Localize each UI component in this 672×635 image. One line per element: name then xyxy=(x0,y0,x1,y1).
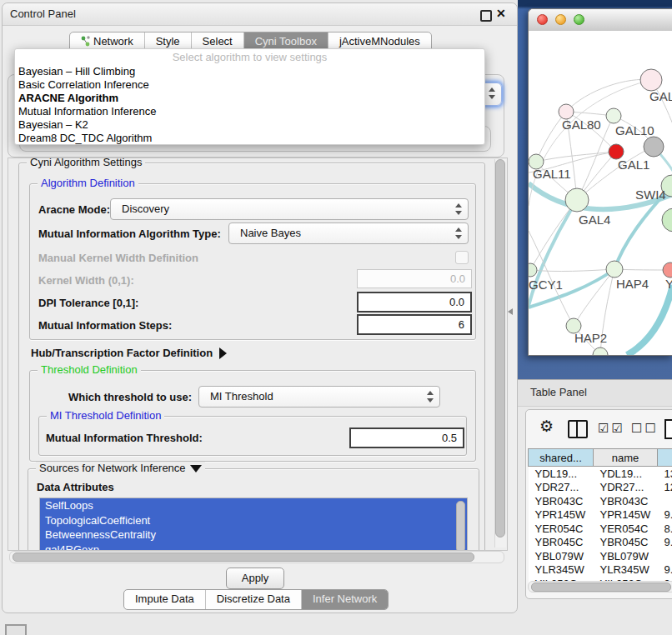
table-row[interactable]: YDL19...YDL19...13 xyxy=(529,467,672,481)
column-selector-icon[interactable] xyxy=(568,420,588,438)
settings-horizontal-scrollbar[interactable] xyxy=(9,551,504,563)
attribute-item[interactable]: SelfLoops xyxy=(40,498,467,513)
column-header[interactable] xyxy=(658,449,672,467)
table-horizontal-scrollbar[interactable] xyxy=(528,581,672,592)
network-edge[interactable] xyxy=(530,269,614,272)
gear-icon[interactable]: ⚙ xyxy=(539,418,554,435)
combo-stepper-icon xyxy=(426,391,434,402)
tab-label: Select xyxy=(203,35,233,48)
network-node[interactable] xyxy=(606,261,623,278)
cyni-algorithm-settings-group: Cyni Algorithm Settings Algorithm Defini… xyxy=(18,162,485,551)
network-edge[interactable] xyxy=(529,80,651,206)
network-node[interactable] xyxy=(606,108,621,123)
tab-label: Style xyxy=(156,35,180,48)
expanded-arrow-icon xyxy=(190,465,202,472)
algorithm-option[interactable]: Basic Correlation Inference xyxy=(15,78,484,92)
aracne-mode-combo[interactable]: Discovery xyxy=(110,198,469,220)
table-cell: 12 xyxy=(658,481,672,495)
node-label: HAP2 xyxy=(574,331,607,345)
apply-button[interactable]: Apply xyxy=(226,568,284,589)
sources-group: Sources for Network Inference Data Attri… xyxy=(28,468,479,551)
column-header[interactable]: name xyxy=(594,449,658,467)
algorithm-option[interactable]: ARACNE Algorithm xyxy=(15,92,484,105)
table-cell xyxy=(658,549,672,563)
list-scrollbar[interactable] xyxy=(456,501,465,551)
table-cell: YDL19... xyxy=(594,467,658,481)
algorithm-definition-title: Algorithm Definition xyxy=(38,177,138,189)
table-row[interactable]: YLR345WYLR345W9. xyxy=(529,563,672,578)
table-cell: YBR045C xyxy=(529,536,594,550)
mi-steps-field[interactable]: 6 xyxy=(357,314,472,335)
threshold-definition-group: Threshold Definition Which threshold to … xyxy=(29,370,476,462)
table-cell: YBL079W xyxy=(529,549,594,563)
network-node[interactable] xyxy=(529,263,537,277)
mi-threshold-group: MI Threshold Definition Mutual Informati… xyxy=(38,416,467,456)
which-threshold-combo[interactable]: MI Threshold xyxy=(198,386,440,408)
table-row[interactable]: YDR27...YDR27...12 xyxy=(529,481,672,495)
algorithm-option[interactable]: Bayesian – K2 xyxy=(15,118,484,132)
data-attributes-list[interactable]: SelfLoopsTopologicalCoefficientBetweenne… xyxy=(39,498,468,551)
float-icon[interactable] xyxy=(480,10,492,22)
table-cell: 9. xyxy=(658,508,672,522)
sources-group-title[interactable]: Sources for Network Inference xyxy=(36,462,205,474)
table-cell: YLR345W xyxy=(594,563,658,578)
table-row[interactable]: YBL079WYBL079W xyxy=(529,549,672,563)
node-label: GAL11 xyxy=(533,167,571,181)
network-node[interactable] xyxy=(644,137,664,157)
attribute-item[interactable]: TopologicalCoefficient xyxy=(40,513,467,528)
document-icon[interactable] xyxy=(664,419,672,439)
minimize-traffic-light-icon[interactable] xyxy=(555,14,566,25)
network-node[interactable] xyxy=(565,188,589,212)
algorithm-placeholder: Select algorithm to view settings xyxy=(15,51,484,65)
table-row[interactable]: YBR045CYBR045C9. xyxy=(529,536,672,550)
attribute-item[interactable]: gal4RGexp xyxy=(40,542,467,552)
column-header[interactable]: shared... xyxy=(529,449,594,467)
minimized-panel-icon[interactable] xyxy=(5,624,27,635)
network-node[interactable] xyxy=(593,348,608,355)
table-row[interactable]: YBR043CYBR043C xyxy=(529,494,672,508)
table-cell: YER054C xyxy=(529,522,594,536)
manual-kernel-checkbox[interactable] xyxy=(455,251,469,264)
mi-threshold-field[interactable]: 0.5 xyxy=(349,428,464,448)
network-view-window[interactable]: GALGAL80GAL10GAL1GAL11SWI4GAL4GCY1HAP4YH… xyxy=(528,8,672,356)
algorithm-option[interactable]: Dream8 DC_TDC Algorithm xyxy=(15,132,484,145)
kernel-width-field[interactable]: 0.0 xyxy=(357,269,472,288)
table-row[interactable]: YER054CYER054C8. xyxy=(529,522,672,536)
network-node[interactable] xyxy=(640,69,662,91)
table-cell: YBR043C xyxy=(529,494,594,508)
which-threshold-label: Which threshold to use: xyxy=(68,391,192,403)
aracne-mode-value: Discovery xyxy=(122,202,169,215)
node-attribute-table[interactable]: shared...name YDL19...YDL19...13YDR27...… xyxy=(528,448,672,591)
table-cell: YDR27... xyxy=(529,481,594,495)
network-canvas[interactable]: GALGAL80GAL10GAL1GAL11SWI4GAL4GCY1HAP4YH… xyxy=(529,31,672,355)
network-node[interactable] xyxy=(662,208,672,232)
close-traffic-light-icon[interactable] xyxy=(537,14,548,25)
tab-impute-data[interactable]: Impute Data xyxy=(124,590,205,609)
close-icon[interactable]: ✕ xyxy=(496,7,506,20)
combo-stepper-icon xyxy=(454,203,462,215)
table-row[interactable]: YPR145WYPR145W9. xyxy=(529,508,672,522)
mi-threshold-label: Mutual Information Threshold: xyxy=(46,432,203,444)
unchecked-boxes-icon[interactable]: ☐☐ xyxy=(631,421,659,436)
splitter-handle[interactable] xyxy=(508,308,513,315)
checked-boxes-icon[interactable]: ☑☑ xyxy=(598,421,625,436)
attribute-item[interactable]: BetweennessCentrality xyxy=(40,528,467,542)
table-cell: YLR345W xyxy=(529,563,594,578)
mi-type-value: Naive Bayes xyxy=(240,227,301,239)
hub-definition-toggle[interactable]: Hub/Transcription Factor Definition xyxy=(31,347,227,359)
table-cell: YPR145W xyxy=(594,508,658,522)
tab-discretize-data[interactable]: Discretize Data xyxy=(205,590,301,609)
algorithm-option[interactable]: Bayesian – Hill Climbing xyxy=(15,65,484,78)
mi-type-combo[interactable]: Naive Bayes xyxy=(228,222,469,244)
network-edge[interactable] xyxy=(536,152,616,162)
network-window-titlebar[interactable] xyxy=(529,9,672,32)
network-edge[interactable] xyxy=(627,285,672,355)
algorithm-option[interactable]: Mutual Information Inference xyxy=(15,105,484,118)
zoom-traffic-light-icon[interactable] xyxy=(574,14,584,25)
table-panel-title: Table Panel xyxy=(530,386,587,398)
settings-vertical-scrollbar[interactable] xyxy=(494,159,506,548)
tab-infer-network[interactable]: Infer Network xyxy=(301,590,388,609)
network-node[interactable] xyxy=(663,262,672,278)
dpi-tolerance-field[interactable]: 0.0 xyxy=(357,292,472,312)
data-attributes-label: Data Attributes xyxy=(37,481,114,493)
